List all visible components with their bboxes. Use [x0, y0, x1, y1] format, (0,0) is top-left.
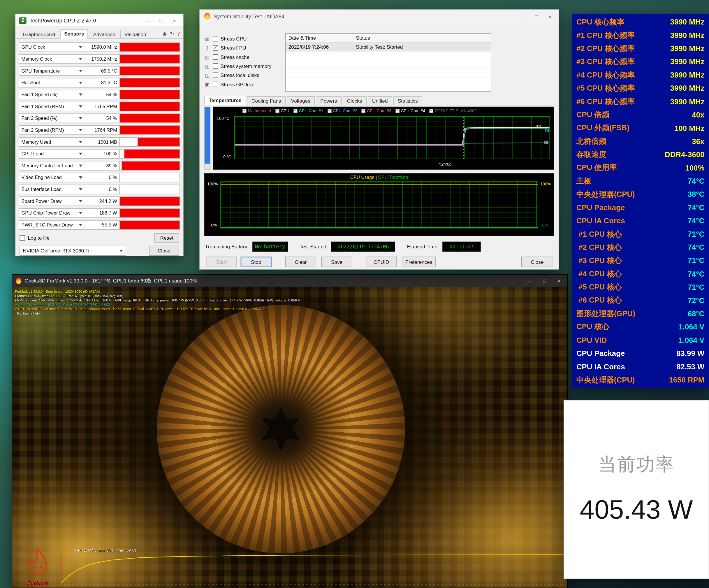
- preferences-button[interactable]: Preferences: [402, 257, 436, 267]
- start-button[interactable]: Start: [206, 257, 237, 267]
- sensor-select[interactable]: Fan 1 Speed (%): [19, 90, 85, 99]
- sensor-select[interactable]: Memory Used: [19, 137, 85, 147]
- column-status[interactable]: Status: [353, 34, 491, 43]
- minimize-icon[interactable]: —: [516, 11, 529, 22]
- sensor-select[interactable]: Memory Controller Load: [19, 161, 85, 170]
- cpu-usage-graph: CPU Usage | CPU Throttling 100% 0% 100% …: [204, 173, 554, 236]
- sensor-select[interactable]: Fan 2 Speed (%): [19, 113, 85, 123]
- sensor-select[interactable]: GPU Chip Power Draw: [19, 208, 85, 218]
- sensor-select[interactable]: GPU Temperature: [19, 66, 85, 76]
- tab-graphics-card[interactable]: Graphics Card: [19, 30, 59, 39]
- legend-item[interactable]: ✓ CPU Core #4: [395, 108, 425, 113]
- stress-checkbox[interactable]: [213, 73, 218, 78]
- sensor-select[interactable]: Video Engine Load: [19, 173, 85, 182]
- stress-option[interactable]: ▦ Stress CPU: [204, 34, 281, 43]
- sensor-select[interactable]: GPU Load: [19, 149, 85, 159]
- legend-checkbox[interactable]: ✓: [293, 109, 297, 113]
- tab-unified[interactable]: Unified: [367, 96, 392, 105]
- maximize-icon[interactable]: □: [537, 276, 552, 286]
- stress-checkbox[interactable]: ✓: [213, 45, 218, 51]
- legend-checkbox[interactable]: ✓: [242, 109, 246, 113]
- aida64-close-button[interactable]: Close: [521, 257, 553, 267]
- osd-label: #6 CPU 核心: [576, 295, 622, 305]
- scrollbar-thumb[interactable]: [205, 107, 210, 163]
- clear-button[interactable]: Clear: [285, 257, 316, 267]
- close-icon[interactable]: ×: [543, 11, 557, 22]
- usage-graph-title: CPU Usage | CPU Throttling: [205, 175, 554, 180]
- sensor-select[interactable]: Bus Interface Load: [19, 184, 85, 194]
- stress-checkbox[interactable]: [213, 36, 218, 42]
- gpuz-titlebar[interactable]: Z TechPowerUp GPU-Z 2.47.0 — □ ×: [16, 14, 183, 27]
- osd-value: 71°C: [688, 256, 705, 265]
- tab-advanced[interactable]: Advanced: [89, 30, 120, 39]
- sensor-select[interactable]: Board Power Draw: [19, 196, 85, 206]
- stress-option[interactable]: ƒ ✓ Stress FPU: [204, 44, 281, 52]
- log-table-row[interactable]: 2022/8/19 7:24:06 Stability Test: Starte…: [286, 43, 491, 52]
- maximize-icon[interactable]: □: [154, 15, 167, 26]
- sensor-select[interactable]: Fan 2 Speed (RPM): [19, 125, 85, 135]
- tab-powers[interactable]: Powers: [316, 96, 342, 105]
- gpuz-close-button[interactable]: Close: [149, 246, 179, 256]
- maximize-icon[interactable]: □: [529, 11, 543, 22]
- column-datetime[interactable]: Date & Time: [286, 34, 353, 43]
- legend-item[interactable]: ✓ CPU: [275, 108, 289, 113]
- legend-checkbox[interactable]: ✓: [361, 109, 365, 113]
- tab-sensors[interactable]: Sensors: [60, 29, 88, 39]
- sensor-select[interactable]: GPU Clock: [19, 42, 85, 52]
- stress-option[interactable]: ▥ Stress system memory: [204, 61, 281, 71]
- close-icon[interactable]: ×: [167, 15, 181, 26]
- legend-checkbox[interactable]: ✓: [327, 109, 332, 113]
- aida64-titlebar[interactable]: System Stability Test - AIDA64 — □ ×: [200, 9, 559, 23]
- graph-scrollbar[interactable]: [204, 107, 210, 170]
- sensor-label: Video Engine Load: [21, 175, 61, 180]
- legend-checkbox[interactable]: ✓: [395, 109, 399, 113]
- sensor-value: 54 %: [85, 90, 120, 99]
- sensor-row: GPU Temperature 69.5 °C: [19, 65, 180, 77]
- sensor-history-graph: [120, 90, 180, 99]
- furmark-titlebar[interactable]: Geeks3D FurMark v1.30.0.0 - 161FPS, GPU1…: [12, 275, 567, 287]
- tab-statistics[interactable]: Statistics: [393, 96, 422, 105]
- stress-option[interactable]: ◫ Stress local disks: [204, 71, 281, 80]
- minimize-icon[interactable]: —: [140, 15, 154, 26]
- log-to-file-checkbox[interactable]: [20, 235, 25, 240]
- tab-validation[interactable]: Validation: [120, 30, 150, 39]
- stress-checkbox[interactable]: [213, 54, 218, 60]
- gpu-device-select[interactable]: NVIDIA GeForce RTX 3060 Ti: [20, 246, 126, 256]
- legend-checkbox[interactable]: ✓: [275, 109, 279, 113]
- tab-voltages[interactable]: Voltages: [286, 96, 315, 105]
- tab-cooling-fans[interactable]: Cooling Fans: [247, 96, 286, 105]
- close-icon[interactable]: ×: [552, 276, 567, 286]
- stress-checkbox[interactable]: [213, 82, 218, 87]
- sensor-select[interactable]: Memory Clock: [19, 54, 85, 63]
- legend-item[interactable]: ✓ Motherboard: [242, 108, 271, 113]
- reset-button[interactable]: Reset: [154, 233, 179, 242]
- stress-checkbox[interactable]: [213, 63, 218, 69]
- tab-temperatures[interactable]: Temperatures: [204, 96, 246, 105]
- legend-checkbox[interactable]: ✓: [429, 109, 433, 113]
- legend-item[interactable]: ✓ CPU Core #1: [293, 108, 323, 113]
- cpuid-button[interactable]: CPUID: [366, 257, 397, 267]
- camera-icon[interactable]: ◉: [162, 31, 167, 37]
- sensor-label: GPU Load: [21, 151, 44, 157]
- save-button[interactable]: Save: [321, 257, 352, 267]
- refresh-icon[interactable]: ↻: [170, 31, 174, 37]
- aida64-footer: Remaining Battery: No battery Test Start…: [200, 236, 559, 252]
- minimize-icon[interactable]: —: [523, 276, 537, 286]
- stress-option[interactable]: ▤ Stress cache: [204, 52, 281, 61]
- help-icon[interactable]: ?: [177, 31, 180, 37]
- sensor-select[interactable]: Hot Spot: [19, 78, 85, 87]
- sensor-select[interactable]: PWR_SRC Power Draw: [19, 220, 85, 229]
- furmark-window: Geeks3D FurMark v1.30.0.0 - 161FPS, GPU1…: [12, 274, 568, 588]
- sensor-select[interactable]: Fan 1 Speed (RPM): [19, 101, 85, 111]
- sensor-value: 1501 MB: [85, 137, 120, 147]
- stress-option[interactable]: ▣ Stress GPU(s): [204, 80, 281, 89]
- legend-item[interactable]: ✓ CPU Core #3: [361, 108, 391, 113]
- tab-clocks[interactable]: Clocks: [342, 96, 367, 105]
- legend-item[interactable]: ✓ CPU Core #2: [327, 108, 357, 113]
- sensor-row: Hot Spot 81.3 °C: [19, 77, 180, 88]
- gpuz-bottom-row: NVIDIA GeForce RTX 3060 Ti Close: [16, 242, 183, 256]
- sensor-label: Memory Clock: [21, 56, 52, 61]
- legend-item[interactable]: ✓ ZOTAC ZT-SLAA-480C: [429, 108, 477, 113]
- stop-button[interactable]: Stop: [241, 257, 271, 267]
- chevron-down-icon: [79, 58, 83, 60]
